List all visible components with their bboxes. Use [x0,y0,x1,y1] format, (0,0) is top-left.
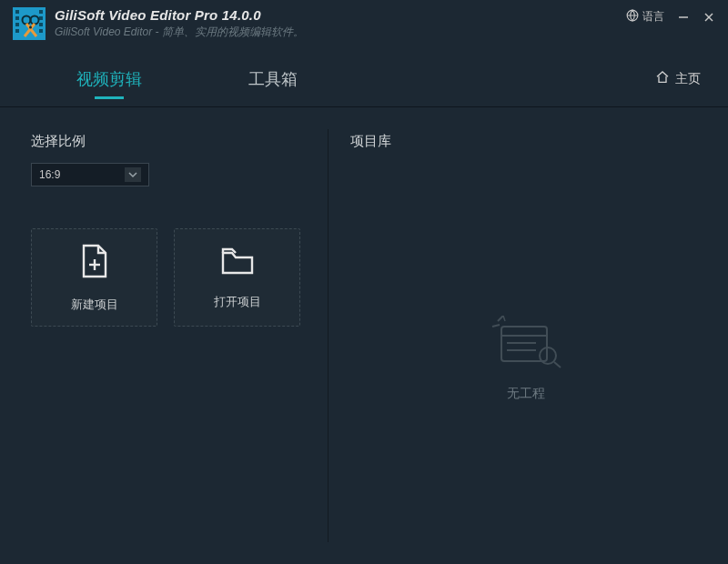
svg-rect-3 [15,23,19,26]
project-cards: 新建项目 打开项目 [31,228,300,327]
new-project-card[interactable]: 新建项目 [31,228,157,327]
home-button[interactable]: 主页 [655,70,701,87]
chevron-down-icon [125,167,141,182]
app-logo [13,7,46,40]
globe-icon [626,9,639,25]
language-button[interactable]: 语言 [626,9,664,25]
app-title: GiliSoft Video Editor Pro 14.0.0 [55,7,304,23]
svg-rect-6 [39,16,43,20]
minimize-button[interactable] [677,11,690,24]
svg-line-26 [554,362,561,368]
empty-label: 无工程 [507,386,545,402]
svg-rect-8 [39,29,43,33]
svg-rect-4 [15,29,19,33]
home-icon [655,70,670,87]
empty-project-icon [490,316,561,371]
svg-rect-7 [39,23,43,26]
titlebar: GiliSoft Video Editor Pro 14.0.0 GiliSof… [0,0,728,51]
svg-rect-5 [39,10,43,14]
ratio-select[interactable]: 16:9 [31,163,149,186]
svg-line-20 [503,316,505,321]
open-project-label: 打开项目 [214,294,261,310]
folder-icon [219,246,256,279]
window-controls: 语言 [626,7,715,25]
right-panel: 项目库 无工程 [329,107,728,564]
close-button[interactable] [703,11,715,24]
svg-line-19 [492,325,500,327]
content: 选择比例 16:9 新建项目 [0,107,728,564]
left-panel: 选择比例 16:9 新建项目 [0,107,328,564]
tab-video-edit[interactable]: 视频剪辑 [27,55,191,103]
svg-line-18 [498,316,503,321]
tabbar: 视频剪辑 工具箱 主页 [0,51,728,107]
tab-toolbox[interactable]: 工具箱 [191,55,355,103]
library-label: 项目库 [350,133,701,150]
title-block: GiliSoft Video Editor Pro 14.0.0 GiliSof… [55,7,304,40]
svg-rect-2 [15,16,19,20]
empty-state: 无工程 [350,172,701,546]
home-label: 主页 [675,71,701,87]
svg-rect-1 [15,10,19,14]
new-project-label: 新建项目 [71,297,118,313]
svg-point-11 [29,26,32,29]
ratio-value: 16:9 [39,168,60,181]
ratio-label: 选择比例 [31,133,300,150]
new-file-icon [78,243,111,282]
app-subtitle: GiliSoft Video Editor - 简单、实用的视频编辑软件。 [55,25,304,40]
language-label: 语言 [642,9,664,25]
open-project-card[interactable]: 打开项目 [174,228,300,327]
